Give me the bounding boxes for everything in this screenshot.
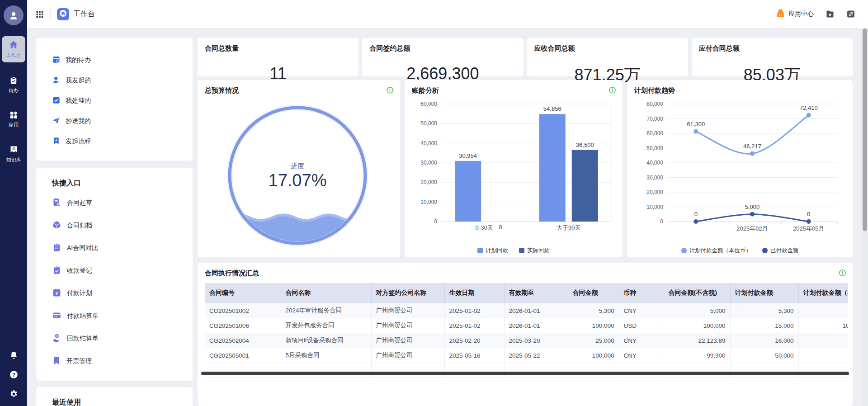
check-square-icon (52, 96, 61, 106)
folder-star-icon[interactable] (826, 9, 835, 19)
table-cell: CNY (619, 303, 664, 318)
quick-item-6[interactable]: ¥ 回款结算单 (52, 327, 193, 350)
table-cell: CNY (619, 348, 664, 363)
menu-item-label: 发起流程 (66, 137, 91, 146)
contract-summary-title: 合同执行情况汇总 (205, 269, 848, 278)
budget-gauge-card: 总预算情况 进度 17.07% (198, 80, 400, 257)
menu-item-label: 回款结算单 (67, 335, 99, 343)
app-center-label: 应用中心 (788, 10, 814, 18)
sliders-icon[interactable] (846, 9, 855, 19)
quick-item-4[interactable]: ¥ 付款计划 (52, 282, 193, 305)
table-cell: 广州商贸公司 (371, 318, 444, 333)
svg-text:进度: 进度 (291, 162, 304, 170)
table-cell: 2025-01-02 (444, 318, 504, 333)
settings-gear-icon[interactable] (9, 389, 19, 399)
aging-bar-chart-card: 账龄分析 0 10,000 20,000 30,000 40,000 50,00… (405, 80, 623, 257)
calendar-todo-icon (52, 55, 61, 65)
table-cell: 2025-03-20 (504, 333, 568, 348)
page-scrollbar-thumb[interactable] (863, 28, 867, 231)
clipboard-icon (9, 76, 18, 85)
menu-item-2[interactable]: 我处理的 (52, 90, 193, 111)
menu-item-label: 抄送我的 (66, 117, 91, 125)
rail-item-0[interactable]: 工作台 (2, 36, 25, 62)
aging-chart-legend: 计划回款实际回款 (412, 247, 615, 255)
rail-item-label: 知识库 (6, 156, 21, 163)
quick-item-7[interactable]: 开票管理 (52, 350, 193, 373)
svg-text:20,000: 20,000 (420, 179, 437, 185)
rail-item-1[interactable]: 待办 (2, 73, 25, 97)
table-cell: 2026-01-01 (504, 318, 568, 333)
svg-text:61,300: 61,300 (687, 121, 705, 127)
svg-text:10,000: 10,000 (646, 203, 663, 210)
table-cell: 2025-02-20 (444, 333, 504, 348)
menu-item-0[interactable]: 我的待办 (52, 50, 193, 70)
table-row[interactable]: CG2025050015月采购合同广州商贸公司2025-05-162025-05… (205, 348, 848, 363)
table-row[interactable]: CG2025010022024年审计服务合同广州商贸公司2025-01-0220… (205, 303, 848, 318)
grid-menu-icon[interactable] (35, 10, 44, 19)
quick-entry-card: 快捷入口 合同起草 合同归档 AI合同对比 收款登记¥ 付款计划 付款结算单¥ … (36, 168, 193, 381)
doc-draft-icon (52, 198, 61, 208)
table-cell: 2025-05-16 (444, 348, 504, 363)
table-row[interactable]: CG202501006开发外包服务合同广州商贸公司2025-01-022026-… (205, 318, 848, 333)
table-cell: 25,000 (568, 333, 619, 348)
table-row[interactable]: CG202502004新项目it设备采购合同广州商贸公司2025-02-2020… (205, 333, 848, 348)
horizontal-scrollbar-thumb[interactable] (201, 372, 849, 375)
table-cell: 5月采购合同 (281, 348, 371, 363)
table-cell: 2024年审计服务合同 (281, 303, 371, 318)
menu-item-3[interactable]: 抄送我的 (52, 111, 193, 131)
avatar[interactable] (4, 5, 24, 25)
home-icon (9, 40, 19, 50)
info-icon[interactable] (386, 86, 394, 96)
user-icon (8, 10, 19, 21)
quick-item-5[interactable]: 付款结算单 (52, 305, 193, 327)
table-cell: 99,900 (664, 348, 730, 363)
column-header: 合同金额 (568, 283, 619, 303)
svg-text:30,954: 30,954 (459, 152, 477, 159)
menu-item-4[interactable]: 发起流程 (52, 131, 193, 151)
help-icon[interactable]: ? (9, 370, 19, 379)
svg-text:72,410: 72,410 (800, 104, 818, 111)
svg-text:50,000: 50,000 (646, 145, 663, 151)
kpi-card-1: 合同签约总额 2,669,300 (362, 38, 523, 76)
table-cell: CG202505001 (205, 348, 281, 363)
trend-chart-title: 计划付款趋势 (634, 86, 845, 95)
quick-item-3[interactable]: 收款登记 (52, 260, 193, 282)
menu-item-label: 我发起的 (66, 76, 91, 85)
table-cell: 100,000 (568, 318, 619, 333)
svg-text:46,217: 46,217 (743, 143, 761, 150)
legend-item: 实际回款 (519, 247, 550, 255)
table-cell: 2025-05-22 (504, 348, 568, 363)
app-center-button[interactable]: 应用中心 (776, 9, 814, 19)
quick-item-2[interactable]: AI合同对比 (52, 237, 193, 260)
page-scrollbar-track[interactable] (862, 28, 868, 406)
table-cell: 开发外包服务合同 (281, 318, 371, 333)
svg-text:30,000: 30,000 (646, 174, 663, 180)
svg-text:50,000: 50,000 (420, 120, 437, 127)
notification-bell-icon[interactable] (9, 350, 19, 360)
kpi-row: 合同总数量 11合同签约总额 2,669,300应收合同总额 871.25万应付… (198, 38, 853, 76)
kpi-card-3: 应付合同总额 85.03万 (692, 38, 853, 76)
contract-table-viewport[interactable]: 合同编号合同名称对方签约公司名称生效日期有效期至合同金额币种合同金额(不含税)计… (205, 283, 848, 378)
table-row-partial (205, 363, 848, 378)
quick-item-0[interactable]: 合同起草 (52, 192, 193, 214)
svg-text:0: 0 (660, 218, 663, 225)
menu-item-1[interactable]: 我发起的 (52, 70, 193, 90)
left-rail: 工作台 待办 应用AI 知识库 ? (0, 0, 27, 406)
quick-item-1[interactable]: 合同归档 (52, 214, 193, 237)
table-cell: 100,000 (568, 348, 619, 363)
rail-item-2[interactable]: 应用 (2, 108, 25, 131)
table-cell: 5,300 (730, 303, 798, 318)
column-header: 合同名称 (281, 283, 371, 303)
clipboard-list-icon (52, 243, 61, 254)
rail-item-3[interactable]: AI 知识库 (2, 142, 25, 166)
trend-line-chart-card: 计划付款趋势 0 10,000 20,000 30,000 40,000 50,… (627, 80, 853, 257)
column-header: 合同金额(不含税) (664, 283, 730, 303)
info-icon[interactable] (839, 269, 846, 279)
svg-text:?: ? (12, 372, 15, 378)
table-cell: 2025-01-02 (444, 303, 504, 318)
info-icon[interactable] (609, 86, 616, 96)
table-cell: CG202501006 (205, 318, 281, 333)
table-cell: 2026-01-01 (504, 303, 568, 318)
svg-text:10,000: 10,000 (420, 199, 437, 205)
hand-coin-icon: ¥ (52, 333, 61, 344)
